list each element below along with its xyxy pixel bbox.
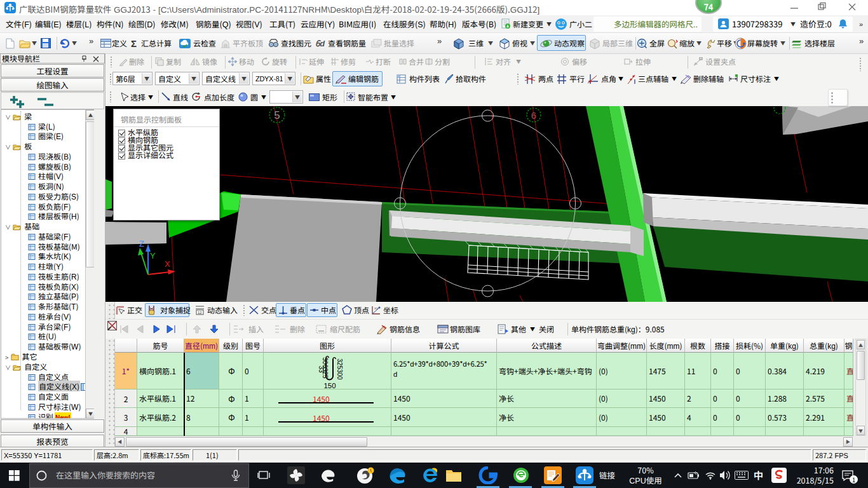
svg-text:Z: Z xyxy=(139,239,144,248)
svg-text:6: 6 xyxy=(531,110,536,121)
svg-text:5: 5 xyxy=(274,109,280,121)
svg-text:X: X xyxy=(165,259,170,269)
svg-text:150: 150 xyxy=(323,382,336,390)
svg-text:33: 33 xyxy=(318,365,325,373)
svg-text:Y: Y xyxy=(150,251,156,261)
svg-text:xy: xy xyxy=(374,306,378,310)
svg-text:325300: 325300 xyxy=(336,358,343,380)
svg-text:12: 12 xyxy=(198,311,202,315)
